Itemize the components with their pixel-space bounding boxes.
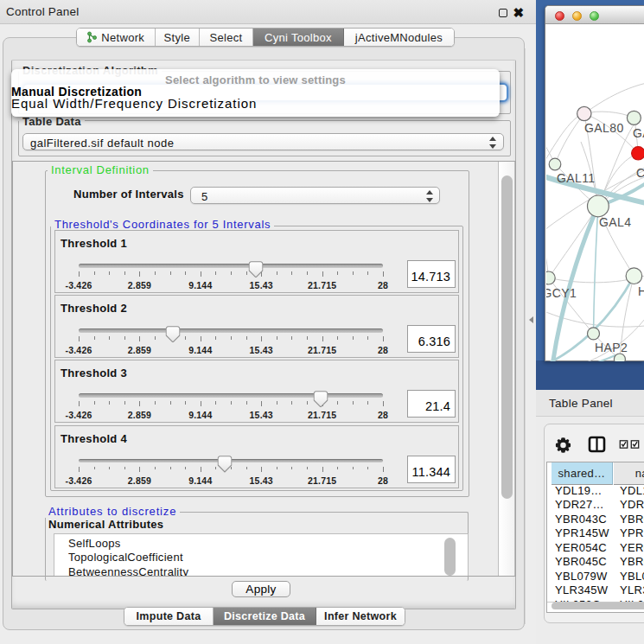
svg-text:HAP2: HAP2 (595, 341, 628, 354)
svg-text:GA: GA (633, 126, 644, 140)
svg-text:C: C (636, 166, 644, 180)
svg-text:GAL4: GAL4 (599, 215, 631, 229)
svg-text:GCY1: GCY1 (546, 286, 577, 300)
svg-text:GAL11: GAL11 (557, 171, 596, 185)
svg-text:H: H (638, 284, 644, 298)
svg-text:GAL80: GAL80 (584, 121, 624, 135)
